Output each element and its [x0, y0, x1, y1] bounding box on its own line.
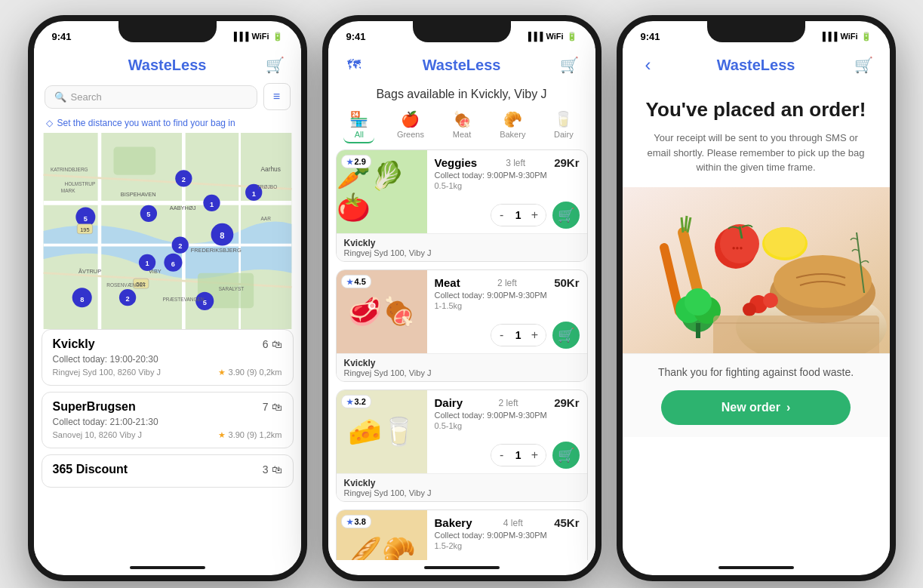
- map-container[interactable]: Aarhus HOLMSTRUP MARK BISPEHAVEN AABYHØJ…: [34, 133, 301, 329]
- bag-store-name-meat: Kvickly: [344, 358, 580, 368]
- tab-dairy[interactable]: 🥛 Dairy: [548, 107, 580, 143]
- status-icons-3: ▐▐▐ WiFi 🔋: [820, 32, 872, 42]
- add-to-cart-dairy[interactable]: 🛒: [552, 442, 580, 469]
- store-item-superbrugsen[interactable]: SuperBrugsen 7 🛍 Collect today: 21:00-21…: [42, 392, 294, 448]
- bag-type-meat: Meat: [435, 276, 460, 289]
- qty-plus-veggies[interactable]: +: [525, 205, 546, 226]
- header-left-space: [48, 53, 72, 77]
- store-item-header-365: 365 Discount 3 🛍: [53, 463, 282, 476]
- svg-text:ÅVTRUP: ÅVTRUP: [78, 268, 101, 275]
- star-icon-meat: ★: [346, 278, 353, 286]
- home-bar-2: [424, 566, 500, 569]
- bag-img-dairy: 🧀🥛 ★ 3.2: [337, 390, 427, 473]
- order-title: You've placed an order!: [645, 98, 867, 122]
- svg-point-67: [763, 293, 778, 308]
- tab-greens-icon: 🍎: [401, 110, 420, 128]
- qty-minus-dairy[interactable]: -: [491, 445, 512, 466]
- tab-bakery[interactable]: 🥐 Bakery: [494, 107, 531, 143]
- qty-minus-meat[interactable]: -: [491, 325, 512, 346]
- map-icon[interactable]: 🗺: [342, 53, 366, 77]
- search-input-wrap[interactable]: 🔍 Search: [45, 85, 257, 109]
- tab-dairy-label: Dairy: [554, 130, 574, 139]
- cart-icon-2[interactable]: 🛒: [558, 53, 582, 77]
- qty-control-meat[interactable]: - 1 +: [491, 324, 546, 346]
- bag-card-bakery: 🥖🥐 ★ 3.8 Bakery 4 left 45Kr: [336, 509, 588, 560]
- rating-val-dairy: 3.2: [355, 397, 366, 406]
- bag-qty-row-veggies: - 1 + 🛒: [435, 202, 580, 229]
- bag-store-addr-meat: Ringvej Syd 100, Viby J: [344, 368, 580, 377]
- qty-plus-meat[interactable]: +: [525, 325, 546, 346]
- bag-icon-365: 🛍: [272, 463, 282, 476]
- filter-button[interactable]: ≡: [263, 83, 291, 110]
- add-to-cart-veggies[interactable]: 🛒: [552, 202, 580, 229]
- svg-text:AABYHØJ: AABYHØJ: [169, 205, 195, 211]
- bag-title-row-bakery: Bakery 4 left 45Kr: [435, 516, 580, 529]
- store-name-kvickly: Kvickly: [53, 337, 95, 351]
- store-name-superbrugsen: SuperBrugsen: [53, 400, 136, 414]
- qty-control-veggies[interactable]: - 1 +: [491, 204, 546, 226]
- bag-card-body-veggies: 🥕🥬🍅 ★ 2.9 Veggies 3 left 29Kr: [337, 150, 587, 233]
- bag-card-meat: 🥩🍖 ★ 4.5 Meat 2 left 50Kr: [336, 269, 588, 382]
- tab-all[interactable]: 🏪 All: [343, 107, 374, 143]
- qty-control-dairy[interactable]: - 1 +: [491, 444, 546, 466]
- bag-card-body-meat: 🥩🍖 ★ 4.5 Meat 2 left 50Kr: [337, 270, 587, 353]
- store-item-kvickly[interactable]: Kvickly 6 🛍 Collect today: 19:00-20:30 R…: [42, 329, 294, 386]
- qty-val-veggies: 1: [512, 209, 525, 221]
- qty-plus-dairy[interactable]: +: [525, 445, 546, 466]
- bag-type-veggies: Veggies: [435, 156, 478, 169]
- tab-greens-label: Greens: [397, 130, 424, 139]
- bag-type-dairy: Dairy: [435, 396, 463, 409]
- bags-screen: 🗺 WasteLess 🛒 Bags available in Kvickly,…: [328, 48, 595, 560]
- svg-text:FREDERIKSBJERG: FREDERIKSBJERG: [190, 247, 241, 254]
- store-name-365: 365 Discount: [53, 463, 128, 476]
- battery-icon-3: 🔋: [861, 32, 872, 42]
- bag-rating-veggies: ★ 2.9: [341, 155, 371, 168]
- order-food-image: ●●●: [623, 187, 890, 353]
- status-icons-1: ▐▐▐ WiFi 🔋: [231, 32, 283, 42]
- app-header-2: 🗺 WasteLess 🛒: [328, 48, 595, 83]
- phone-map: 9:41 ▐▐▐ WiFi 🔋 WasteLess 🛒 🔍 Search ≡ ◇…: [28, 15, 307, 581]
- back-icon[interactable]: ‹: [636, 53, 660, 77]
- svg-text:8: 8: [80, 296, 84, 303]
- svg-text:Aarhus: Aarhus: [260, 165, 280, 173]
- order-thank-you: Thank you for fighting against food wast…: [623, 353, 890, 437]
- store-address-kvickly: Ringvej Syd 100, 8260 Viby J: [53, 368, 162, 377]
- svg-text:TRØJBO: TRØJBO: [257, 184, 276, 189]
- status-time-3: 9:41: [641, 31, 660, 42]
- tab-meat[interactable]: 🍖 Meat: [447, 107, 478, 143]
- svg-point-60: [765, 227, 805, 257]
- bag-left-bakery: 4 left: [503, 518, 523, 528]
- bag-card-dairy: 🧀🥛 ★ 3.2 Dairy 2 left 29Kr: [336, 389, 588, 502]
- app-header-3: ‹ WasteLess 🛒: [623, 48, 890, 83]
- bag-store-name-veggies: Kvickly: [344, 238, 580, 248]
- tab-greens[interactable]: 🍎 Greens: [391, 107, 430, 143]
- add-to-cart-meat[interactable]: 🛒: [552, 322, 580, 349]
- cart-icon-3[interactable]: 🛒: [852, 53, 876, 77]
- home-indicator-2: [328, 560, 595, 575]
- app-header-1: WasteLess 🛒: [34, 48, 301, 83]
- bag-details-bakery: Bakery 4 left 45Kr Collect today: 9:00PM…: [427, 510, 587, 560]
- qty-minus-veggies[interactable]: -: [491, 205, 512, 226]
- bag-weight-veggies: 0.5-1kg: [435, 181, 580, 190]
- phone-order: 9:41 ▐▐▐ WiFi 🔋 ‹ WasteLess 🛒 You've pla…: [617, 15, 896, 581]
- bag-rating-meat: ★ 4.5: [341, 275, 371, 288]
- bag-img-bakery: 🥖🥐 ★ 3.8: [337, 510, 427, 560]
- bag-rating-bakery: ★ 3.8: [341, 515, 371, 528]
- bag-price-meat: 50Kr: [554, 276, 579, 289]
- bag-weight-dairy: 0.5-1kg: [435, 421, 580, 430]
- app-title-2: WasteLess: [366, 57, 558, 74]
- store-footer-superbrugsen: Sanovej 10, 8260 Viby J ★ 3.90 (9) 1,2km: [53, 430, 282, 440]
- distance-text: Set the distance you want to find your b…: [57, 118, 235, 128]
- store-rating-kvickly: ★ 3.90 (9) 0,2km: [218, 368, 282, 377]
- svg-text:HOLMSTRUP: HOLMSTRUP: [64, 181, 95, 186]
- bag-store-veggies: Kvickly Ringvej Syd 100, Viby J: [337, 233, 587, 261]
- new-order-button[interactable]: New order ›: [661, 390, 851, 425]
- cart-icon-1[interactable]: 🛒: [263, 53, 288, 77]
- order-subtitle: Your receipt will be sent to you through…: [645, 131, 867, 175]
- store-count-365: 3 🛍: [263, 463, 282, 476]
- food-svg: ●●●: [623, 187, 890, 353]
- store-item-365discount[interactable]: 365 Discount 3 🛍: [42, 454, 294, 488]
- status-time-1: 9:41: [52, 31, 72, 42]
- distance-banner[interactable]: ◇ Set the distance you want to find your…: [34, 115, 301, 133]
- svg-text:6: 6: [171, 260, 174, 268]
